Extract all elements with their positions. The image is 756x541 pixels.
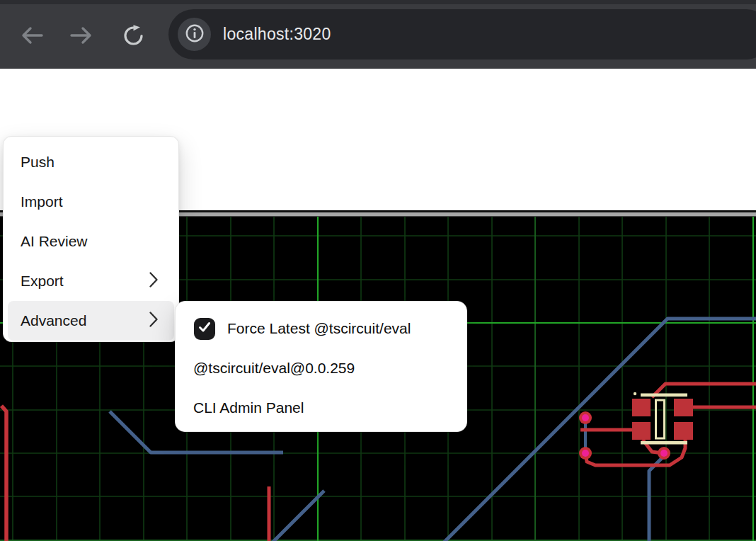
back-icon [20,25,44,45]
info-icon [183,22,206,47]
reload-icon [122,24,144,47]
menu-item-push[interactable]: Push [8,142,174,182]
menu-item-label: Advanced [21,312,86,329]
url-text: localhost:3020 [223,25,331,44]
reload-button[interactable] [118,20,149,51]
file-menu: Push Import AI Review Export Advanced [3,136,179,342]
submenu-item-label: Force Latest @tscircuit/eval [227,320,411,337]
menu-item-import[interactable]: Import [8,182,174,222]
toolbar-top-strip [0,0,756,4]
menu-item-label: Export [21,273,64,290]
submenu-item-label: CLI Admin Panel [193,399,304,416]
menu-item-label: Push [21,154,55,171]
menu-item-export[interactable]: Export [8,261,174,301]
menu-item-label: AI Review [21,233,88,250]
browser-window: localhost:3020 File Push Import AI Revie… [0,0,756,541]
menu-item-ai-review[interactable]: AI Review [8,222,174,261]
advanced-submenu: Force Latest @tscircuit/eval @tscircuit/… [175,301,467,432]
checkmark-icon [197,319,212,338]
checkbox-checked[interactable] [194,318,215,340]
menu-item-advanced[interactable]: Advanced [8,301,174,341]
submenu-item-label: @tscircuit/eval@0.0.259 [193,360,355,377]
submenu-item-force-latest[interactable]: Force Latest @tscircuit/eval [176,309,466,348]
back-button[interactable] [16,20,47,51]
forward-button[interactable] [66,20,97,51]
menu-item-label: Import [21,193,63,210]
submenu-item-eval-version[interactable]: @tscircuit/eval@0.0.259 [176,348,466,388]
chevron-right-icon [149,272,159,291]
url-bar[interactable]: localhost:3020 [168,9,756,59]
chevron-right-icon [149,312,159,331]
forward-icon [69,25,93,45]
submenu-item-cli-admin-panel[interactable]: CLI Admin Panel [176,388,466,428]
site-info-button[interactable] [178,18,211,51]
browser-toolbar: localhost:3020 [0,0,756,69]
